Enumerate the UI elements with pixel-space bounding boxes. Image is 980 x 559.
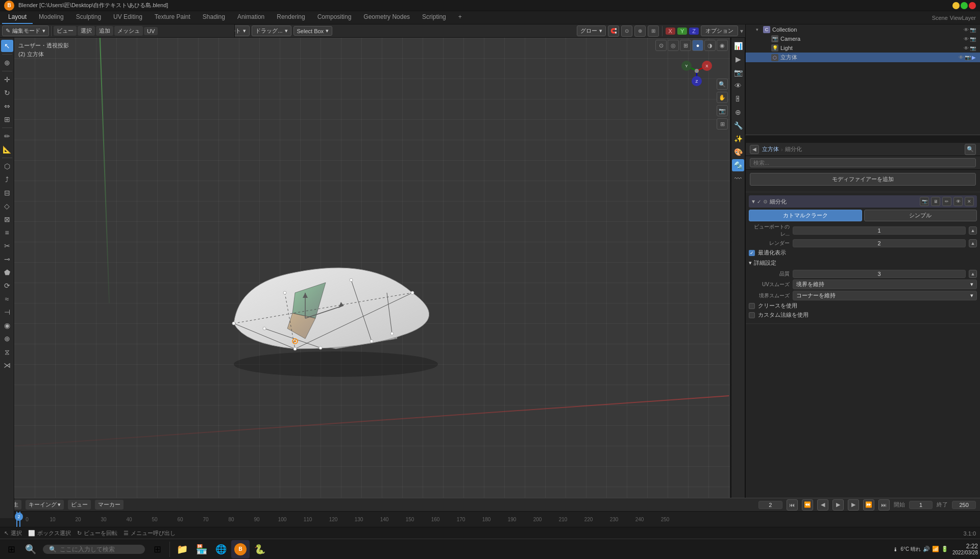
cube-vis-icon[interactable]: 👁 xyxy=(959,55,964,60)
props-back-btn[interactable]: ◀ xyxy=(750,145,759,154)
z-btn[interactable]: Z xyxy=(689,28,699,35)
start-btn[interactable]: ⊞ xyxy=(2,540,20,558)
props-search-input[interactable] xyxy=(750,158,976,167)
detail-settings-toggle[interactable]: ▾ 詳細設定 xyxy=(749,258,977,268)
next-frame-btn[interactable]: ▶ xyxy=(848,499,859,511)
overlays-btn[interactable]: ◎ xyxy=(668,40,679,51)
jump-end-btn[interactable]: ⏭ xyxy=(878,499,890,511)
proportional-btn[interactable]: ⊙ xyxy=(621,26,632,37)
marker-menu[interactable]: マーカー xyxy=(95,500,124,510)
xray-btn[interactable]: ⊞ xyxy=(680,40,691,51)
modifier-camera-btn[interactable]: 📷 xyxy=(920,197,929,206)
ws-tab-add[interactable]: + xyxy=(452,11,468,24)
ws-tab-texture-paint[interactable]: Texture Paint xyxy=(149,11,197,24)
knife-tool[interactable]: ✂ xyxy=(1,240,13,252)
next-keyframe-btn[interactable]: ⏩ xyxy=(863,499,874,511)
modifier-edit-btn[interactable]: ✏ xyxy=(942,197,951,206)
prev-keyframe-btn[interactable]: ⏪ xyxy=(802,499,813,511)
spin-tool[interactable]: ⟳ xyxy=(1,280,13,292)
collection-render-icon[interactable]: 📷 xyxy=(970,27,976,33)
close-button[interactable] xyxy=(969,2,976,9)
individual-origins-btn[interactable]: ⊕ xyxy=(634,26,646,37)
move-tool[interactable]: ✛ xyxy=(1,73,13,86)
viewport-3d[interactable]: ユーザー・透視投影 (2) 立方体 xyxy=(14,38,730,518)
measure-tool[interactable]: 📐 xyxy=(1,143,13,156)
maximize-button[interactable] xyxy=(961,2,968,9)
minimize-button[interactable] xyxy=(952,2,960,9)
ws-tab-animation[interactable]: Animation xyxy=(231,11,271,24)
nav-gizmo[interactable]: X Y Z xyxy=(679,53,715,89)
camera-view-btn[interactable]: 📷 xyxy=(717,105,728,116)
jump-start-btn[interactable]: ⏮ xyxy=(787,499,798,511)
start-frame-input[interactable]: 1 xyxy=(909,501,933,509)
catmull-clark-btn[interactable]: カトマルクラーク xyxy=(749,210,862,221)
mode-dropdown[interactable]: ✎ 編集モード ▾ xyxy=(2,26,49,36)
rt-tool-1[interactable]: 📊 xyxy=(732,40,744,52)
rt-tool-7[interactable]: 🔧 xyxy=(732,119,744,132)
outliner-camera[interactable]: 📷 Camera 👁 📷 xyxy=(746,34,980,43)
breadcrumb-item-1[interactable]: 立方体 xyxy=(762,145,779,153)
viewport-level-value[interactable]: 1 xyxy=(793,226,966,235)
battery-icon[interactable]: 🔋 xyxy=(941,546,948,552)
ws-tab-modeling[interactable]: Modeling xyxy=(33,11,70,24)
quality-value[interactable]: 3 xyxy=(793,270,966,278)
taskbar-python-btn[interactable]: 🐍 xyxy=(251,540,269,558)
push-pull-tool[interactable]: ⊕ xyxy=(1,333,13,345)
3d-object[interactable] xyxy=(193,191,474,385)
cursor-tool[interactable]: ⊕ xyxy=(1,57,13,69)
rt-tool-2[interactable]: ▶ xyxy=(732,53,744,65)
add-modifier-btn[interactable]: モディファイアーを追加 xyxy=(750,173,976,186)
prev-frame-btn[interactable]: ◀ xyxy=(817,499,828,511)
ws-tab-uv-editing[interactable]: UV Editing xyxy=(107,11,149,24)
task-view-btn[interactable]: ⊞ xyxy=(148,540,166,558)
modifier-render-btn[interactable]: 🖥 xyxy=(931,197,940,206)
crease-checkbox[interactable] xyxy=(749,303,755,309)
current-frame-input[interactable]: 2 xyxy=(758,501,782,509)
rt-tool-9[interactable]: 🎨 xyxy=(732,146,744,158)
ws-tab-sculpting[interactable]: Sculpting xyxy=(70,11,107,24)
rt-tool-6[interactable]: ⊕ xyxy=(732,106,744,118)
shrink-fatten-tool[interactable]: ◉ xyxy=(1,319,13,332)
grid-view-btn[interactable]: ⊞ xyxy=(717,118,728,130)
cube-render-icon[interactable]: 📷 xyxy=(965,55,971,60)
taskbar-search-input[interactable] xyxy=(60,546,139,553)
camera-render-icon[interactable]: 📷 xyxy=(970,36,976,42)
window-controls[interactable] xyxy=(952,2,976,9)
material-preview-btn[interactable]: ◑ xyxy=(704,40,716,51)
ws-tab-shading[interactable]: Shading xyxy=(197,11,231,24)
glow-dropdown[interactable]: グロー ▾ xyxy=(577,26,606,36)
options-btn[interactable]: オプション xyxy=(701,26,738,36)
volume-icon[interactable]: 🔊 xyxy=(923,546,930,552)
light-render-icon[interactable]: 📷 xyxy=(970,45,976,51)
boundary-smooth-select[interactable]: コーナーを維持 ▾ xyxy=(793,291,977,300)
transform-tool[interactable]: ⊞ xyxy=(1,113,13,125)
viewport-shading-btn[interactable]: ⊙ xyxy=(655,40,667,51)
network-icon-2[interactable]: 📶 xyxy=(932,546,939,552)
modifier-delete-btn[interactable]: ✕ xyxy=(965,197,974,206)
ws-tab-geometry-nodes[interactable]: Geometry Nodes xyxy=(357,11,416,24)
add-cube-tool[interactable]: ⬡ xyxy=(1,160,13,172)
mesh-menu[interactable]: メッシュ xyxy=(114,26,143,36)
timeline-view-menu[interactable]: ビュー xyxy=(68,500,91,510)
outliner-collection[interactable]: ▾ C Collection 👁 📷 xyxy=(746,25,980,34)
viewport-level-up[interactable]: ▲ xyxy=(969,226,977,235)
simple-btn[interactable]: シンプル xyxy=(864,210,977,221)
render-level-up[interactable]: ▲ xyxy=(969,239,977,247)
rip-region-tool[interactable]: ⋊ xyxy=(1,359,13,371)
smooth-tool[interactable]: ≈ xyxy=(1,293,13,305)
outliner-cube[interactable]: ⬡ 立方体 👁 📷 ▶ xyxy=(746,53,980,62)
uv-menu[interactable]: UV xyxy=(144,27,158,35)
taskbar-blender-btn[interactable]: B xyxy=(231,540,250,558)
taskbar-search-box[interactable]: 🔍 xyxy=(43,545,145,554)
network-icon[interactable]: 🌡 xyxy=(893,546,898,552)
annotate-tool[interactable]: ✏ xyxy=(1,130,13,142)
keyframing-menu[interactable]: キーイング ▾ xyxy=(26,500,64,510)
rt-tool-3[interactable]: 📷 xyxy=(732,66,744,79)
ws-tab-compositing[interactable]: Compositing xyxy=(311,11,358,24)
collection-vis-icon[interactable]: 👁 xyxy=(964,27,969,33)
uv-smooth-select[interactable]: 境界を維持 ▾ xyxy=(793,280,977,289)
bisect-tool[interactable]: ⊸ xyxy=(1,253,13,265)
rt-tool-10[interactable]: 🔩 xyxy=(732,159,744,171)
camera-vis-icon[interactable]: 👁 xyxy=(964,36,969,42)
rt-tool-8[interactable]: ✨ xyxy=(732,133,744,145)
